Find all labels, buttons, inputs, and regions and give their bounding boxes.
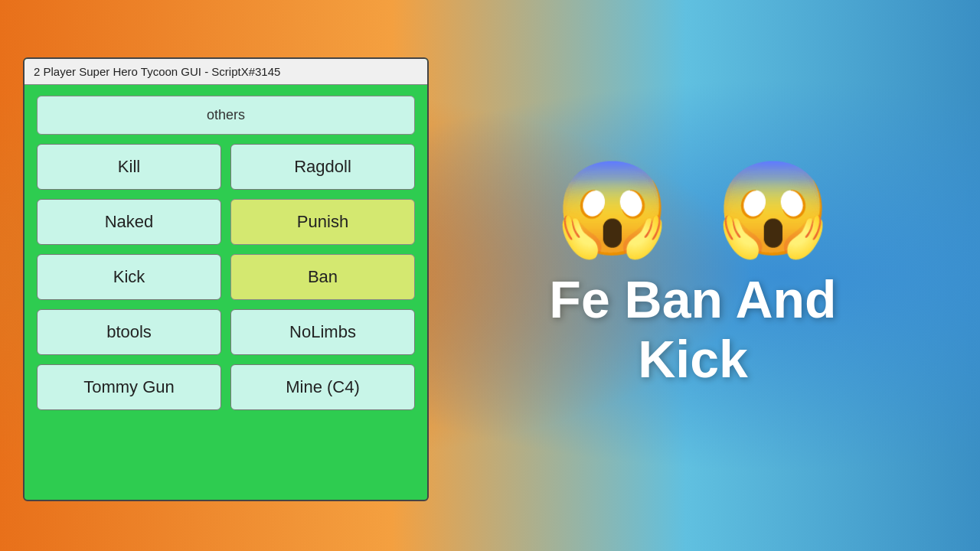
button-row-2: KickBan: [37, 254, 415, 300]
button-row-1: NakedPunish: [37, 199, 415, 245]
gui-button-3-1[interactable]: NoLimbs: [230, 309, 415, 355]
gui-button-2-1[interactable]: Ban: [230, 254, 415, 300]
gui-button-1-0[interactable]: Naked: [37, 199, 221, 245]
button-row-0: KillRagdoll: [37, 144, 415, 190]
title-line1: Fe Ban And: [549, 269, 836, 329]
gui-button-3-0[interactable]: btools: [37, 309, 221, 355]
emoji-scream-1: 😱: [555, 162, 670, 254]
gui-body: others KillRagdollNakedPunishKickBanbtoo…: [24, 85, 427, 425]
emojis-row: 😱 😱: [555, 162, 831, 254]
button-row-4: Tommy GunMine (C4): [37, 364, 415, 410]
gui-button-0-0[interactable]: Kill: [37, 144, 221, 190]
others-button[interactable]: others: [37, 96, 415, 135]
gui-button-2-0[interactable]: Kick: [37, 254, 221, 300]
gui-button-1-1[interactable]: Punish: [230, 199, 415, 245]
button-row-3: btoolsNoLimbs: [37, 309, 415, 355]
gui-panel: 2 Player Super Hero Tycoon GUI - ScriptX…: [23, 57, 429, 501]
main-content: 2 Player Super Hero Tycoon GUI - ScriptX…: [0, 0, 980, 551]
gui-button-4-1[interactable]: Mine (C4): [230, 364, 415, 410]
gui-button-4-0[interactable]: Tommy Gun: [37, 364, 221, 410]
gui-title: 2 Player Super Hero Tycoon GUI - ScriptX…: [24, 59, 427, 85]
title-line2: Kick: [549, 329, 836, 389]
gui-button-0-1[interactable]: Ragdoll: [230, 144, 415, 190]
right-section: 😱 😱 Fe Ban And Kick: [429, 162, 957, 389]
main-title: Fe Ban And Kick: [549, 269, 836, 389]
emoji-scream-2: 😱: [716, 162, 831, 254]
